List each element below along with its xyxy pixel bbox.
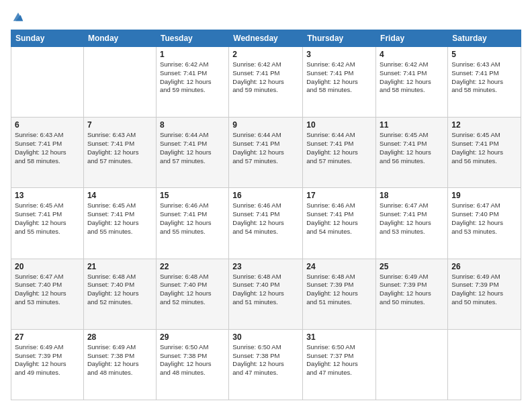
calendar-cell: 14Sunrise: 6:45 AM Sunset: 7:41 PM Dayli… <box>83 188 156 259</box>
weekday-header-tuesday: Tuesday <box>156 30 228 47</box>
day-info: Sunrise: 6:46 AM Sunset: 7:41 PM Dayligh… <box>306 201 372 236</box>
calendar-cell: 3Sunrise: 6:42 AM Sunset: 7:41 PM Daylig… <box>303 47 376 118</box>
calendar-cell: 29Sunrise: 6:50 AM Sunset: 7:38 PM Dayli… <box>156 329 228 400</box>
day-number: 11 <box>380 120 444 130</box>
day-number: 20 <box>15 262 80 271</box>
week-row-5: 27Sunrise: 6:49 AM Sunset: 7:39 PM Dayli… <box>11 329 521 400</box>
day-number: 24 <box>306 262 372 271</box>
day-number: 15 <box>160 191 225 200</box>
header <box>11 11 521 23</box>
day-number: 4 <box>380 50 444 59</box>
day-number: 19 <box>451 191 517 200</box>
day-number: 17 <box>306 191 372 200</box>
calendar-cell: 5Sunrise: 6:43 AM Sunset: 7:41 PM Daylig… <box>448 47 521 118</box>
calendar-cell: 15Sunrise: 6:46 AM Sunset: 7:41 PM Dayli… <box>156 188 228 259</box>
calendar-cell: 22Sunrise: 6:48 AM Sunset: 7:40 PM Dayli… <box>156 259 228 329</box>
day-info: Sunrise: 6:50 AM Sunset: 7:38 PM Dayligh… <box>232 343 299 377</box>
day-number: 22 <box>160 262 225 271</box>
calendar-cell: 4Sunrise: 6:42 AM Sunset: 7:41 PM Daylig… <box>376 47 448 118</box>
day-info: Sunrise: 6:45 AM Sunset: 7:41 PM Dayligh… <box>451 131 517 165</box>
day-info: Sunrise: 6:47 AM Sunset: 7:40 PM Dayligh… <box>451 201 517 236</box>
calendar-cell <box>11 47 84 118</box>
day-info: Sunrise: 6:47 AM Sunset: 7:41 PM Dayligh… <box>380 201 444 236</box>
calendar-cell: 18Sunrise: 6:47 AM Sunset: 7:41 PM Dayli… <box>376 188 448 259</box>
calendar-cell: 6Sunrise: 6:43 AM Sunset: 7:41 PM Daylig… <box>11 118 84 188</box>
day-number: 16 <box>232 191 299 200</box>
day-info: Sunrise: 6:46 AM Sunset: 7:41 PM Dayligh… <box>232 201 299 236</box>
calendar-cell: 28Sunrise: 6:49 AM Sunset: 7:38 PM Dayli… <box>83 329 156 400</box>
calendar-cell: 7Sunrise: 6:43 AM Sunset: 7:41 PM Daylig… <box>83 118 156 188</box>
day-number: 25 <box>380 262 444 271</box>
weekday-header-wednesday: Wednesday <box>229 30 303 47</box>
weekday-header-thursday: Thursday <box>303 30 376 47</box>
day-info: Sunrise: 6:48 AM Sunset: 7:40 PM Dayligh… <box>232 273 299 307</box>
day-info: Sunrise: 6:46 AM Sunset: 7:41 PM Dayligh… <box>160 201 225 236</box>
calendar-cell: 17Sunrise: 6:46 AM Sunset: 7:41 PM Dayli… <box>303 188 376 259</box>
weekday-header-monday: Monday <box>83 30 156 47</box>
weekday-header-sunday: Sunday <box>11 30 84 47</box>
week-row-4: 20Sunrise: 6:47 AM Sunset: 7:40 PM Dayli… <box>11 259 521 329</box>
calendar-cell: 8Sunrise: 6:44 AM Sunset: 7:41 PM Daylig… <box>156 118 228 188</box>
calendar-cell: 26Sunrise: 6:49 AM Sunset: 7:39 PM Dayli… <box>448 259 521 329</box>
weekday-header-row: SundayMondayTuesdayWednesdayThursdayFrid… <box>11 30 521 47</box>
day-info: Sunrise: 6:49 AM Sunset: 7:39 PM Dayligh… <box>451 273 517 307</box>
day-info: Sunrise: 6:48 AM Sunset: 7:39 PM Dayligh… <box>306 273 372 307</box>
day-number: 23 <box>232 262 299 271</box>
calendar-cell: 30Sunrise: 6:50 AM Sunset: 7:38 PM Dayli… <box>229 329 303 400</box>
day-number: 3 <box>306 50 372 59</box>
calendar-cell: 27Sunrise: 6:49 AM Sunset: 7:39 PM Dayli… <box>11 329 84 400</box>
calendar-cell <box>448 329 521 400</box>
logo-icon <box>12 11 24 23</box>
week-row-1: 1Sunrise: 6:42 AM Sunset: 7:41 PM Daylig… <box>11 47 521 118</box>
calendar-table: SundayMondayTuesdayWednesdayThursdayFrid… <box>11 30 521 400</box>
day-info: Sunrise: 6:42 AM Sunset: 7:41 PM Dayligh… <box>380 60 444 95</box>
day-number: 8 <box>160 120 225 130</box>
calendar-cell: 16Sunrise: 6:46 AM Sunset: 7:41 PM Dayli… <box>229 188 303 259</box>
day-number: 21 <box>87 262 152 271</box>
day-number: 6 <box>15 120 80 130</box>
calendar-cell: 12Sunrise: 6:45 AM Sunset: 7:41 PM Dayli… <box>448 118 521 188</box>
calendar-cell: 13Sunrise: 6:45 AM Sunset: 7:41 PM Dayli… <box>11 188 84 259</box>
day-number: 28 <box>87 332 152 342</box>
day-number: 26 <box>451 262 517 271</box>
calendar-cell: 1Sunrise: 6:42 AM Sunset: 7:41 PM Daylig… <box>156 47 228 118</box>
day-info: Sunrise: 6:48 AM Sunset: 7:40 PM Dayligh… <box>160 273 225 307</box>
day-number: 14 <box>87 191 152 200</box>
day-info: Sunrise: 6:45 AM Sunset: 7:41 PM Dayligh… <box>87 201 152 236</box>
day-number: 12 <box>451 120 517 130</box>
day-info: Sunrise: 6:43 AM Sunset: 7:41 PM Dayligh… <box>451 60 517 95</box>
day-number: 18 <box>380 191 444 200</box>
calendar-cell: 11Sunrise: 6:45 AM Sunset: 7:41 PM Dayli… <box>376 118 448 188</box>
day-info: Sunrise: 6:42 AM Sunset: 7:41 PM Dayligh… <box>232 60 299 95</box>
day-info: Sunrise: 6:49 AM Sunset: 7:38 PM Dayligh… <box>87 343 152 377</box>
calendar-cell: 2Sunrise: 6:42 AM Sunset: 7:41 PM Daylig… <box>229 47 303 118</box>
day-number: 9 <box>232 120 299 130</box>
day-number: 30 <box>232 332 299 342</box>
day-info: Sunrise: 6:50 AM Sunset: 7:37 PM Dayligh… <box>306 343 372 377</box>
calendar-cell: 9Sunrise: 6:44 AM Sunset: 7:41 PM Daylig… <box>229 118 303 188</box>
day-number: 2 <box>232 50 299 59</box>
day-info: Sunrise: 6:43 AM Sunset: 7:41 PM Dayligh… <box>15 131 80 165</box>
day-number: 7 <box>87 120 152 130</box>
day-info: Sunrise: 6:43 AM Sunset: 7:41 PM Dayligh… <box>87 131 152 165</box>
day-info: Sunrise: 6:42 AM Sunset: 7:41 PM Dayligh… <box>160 60 225 95</box>
day-info: Sunrise: 6:44 AM Sunset: 7:41 PM Dayligh… <box>306 131 372 165</box>
day-info: Sunrise: 6:49 AM Sunset: 7:39 PM Dayligh… <box>380 273 444 307</box>
calendar-cell: 20Sunrise: 6:47 AM Sunset: 7:40 PM Dayli… <box>11 259 84 329</box>
calendar-cell: 19Sunrise: 6:47 AM Sunset: 7:40 PM Dayli… <box>448 188 521 259</box>
day-number: 1 <box>160 50 225 59</box>
day-number: 10 <box>306 120 372 130</box>
calendar-cell: 24Sunrise: 6:48 AM Sunset: 7:39 PM Dayli… <box>303 259 376 329</box>
day-number: 5 <box>451 50 517 59</box>
day-info: Sunrise: 6:48 AM Sunset: 7:40 PM Dayligh… <box>87 273 152 307</box>
week-row-3: 13Sunrise: 6:45 AM Sunset: 7:41 PM Dayli… <box>11 188 521 259</box>
calendar-cell <box>376 329 448 400</box>
calendar-cell: 25Sunrise: 6:49 AM Sunset: 7:39 PM Dayli… <box>376 259 448 329</box>
day-info: Sunrise: 6:45 AM Sunset: 7:41 PM Dayligh… <box>15 201 80 236</box>
calendar-cell <box>83 47 156 118</box>
day-info: Sunrise: 6:47 AM Sunset: 7:40 PM Dayligh… <box>15 273 80 307</box>
logo <box>11 11 24 23</box>
calendar-cell: 10Sunrise: 6:44 AM Sunset: 7:41 PM Dayli… <box>303 118 376 188</box>
day-info: Sunrise: 6:50 AM Sunset: 7:38 PM Dayligh… <box>160 343 225 377</box>
calendar-cell: 31Sunrise: 6:50 AM Sunset: 7:37 PM Dayli… <box>303 329 376 400</box>
